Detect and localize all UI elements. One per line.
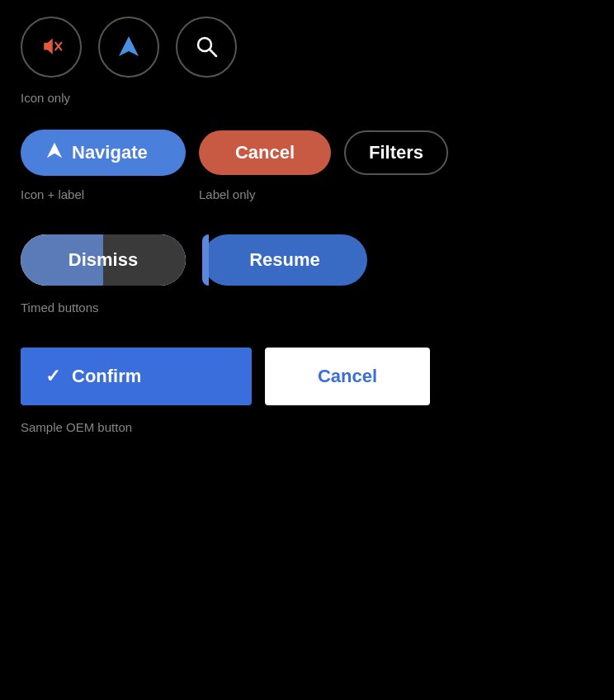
page-container: Icon only Navigate Cancel Filters — [0, 0, 614, 467]
resume-button[interactable]: Resume — [202, 234, 367, 286]
section-icon-only: Icon only — [21, 17, 593, 105]
cancel-white-button[interactable]: Cancel — [265, 348, 430, 405]
navigate-button[interactable]: Navigate — [21, 130, 186, 176]
search-icon — [194, 34, 219, 61]
svg-marker-0 — [44, 38, 53, 54]
oem-row: ✓ Confirm Cancel — [21, 348, 593, 405]
dismiss-label: Dismiss — [68, 249, 138, 271]
oem-section-label: Sample OEM button — [21, 420, 593, 434]
confirm-label: Confirm — [72, 366, 141, 387]
svg-line-5 — [210, 50, 216, 56]
main-button-row: Navigate Cancel Filters — [21, 130, 593, 176]
navigate-button-label: Navigate — [72, 142, 148, 163]
svg-marker-3 — [119, 36, 139, 56]
button-labels-row: Icon + label Label only — [21, 187, 593, 201]
icon-row — [21, 17, 593, 78]
mute-button[interactable] — [21, 17, 82, 78]
search-circle-button[interactable] — [176, 17, 237, 78]
cancel-red-label: Cancel — [235, 142, 295, 163]
label-only-text: Label only — [199, 187, 255, 201]
filters-button[interactable]: Filters — [344, 130, 448, 175]
navigate-circle-icon — [116, 33, 142, 62]
navigate-arrow-icon — [45, 141, 64, 164]
cancel-white-label: Cancel — [318, 366, 377, 386]
resume-label: Resume — [249, 249, 320, 271]
section-buttons: Navigate Cancel Filters Icon + label Lab… — [21, 130, 593, 201]
timed-row: Dismiss Resume — [21, 234, 593, 286]
filters-label: Filters — [369, 142, 423, 163]
cancel-red-button[interactable]: Cancel — [199, 130, 331, 175]
confirm-button[interactable]: ✓ Confirm — [21, 348, 252, 405]
timed-buttons-label: Timed buttons — [21, 300, 593, 315]
section-oem: ✓ Confirm Cancel Sample OEM button — [21, 348, 593, 434]
icon-plus-label-text: Icon + label — [21, 187, 186, 201]
svg-marker-6 — [47, 143, 62, 158]
icon-only-label: Icon only — [21, 91, 593, 105]
dismiss-button[interactable]: Dismiss — [21, 234, 186, 286]
mute-icon — [40, 35, 63, 60]
section-timed: Dismiss Resume Timed buttons — [21, 234, 593, 315]
checkmark-icon: ✓ — [45, 366, 60, 387]
navigate-circle-button[interactable] — [98, 17, 159, 78]
